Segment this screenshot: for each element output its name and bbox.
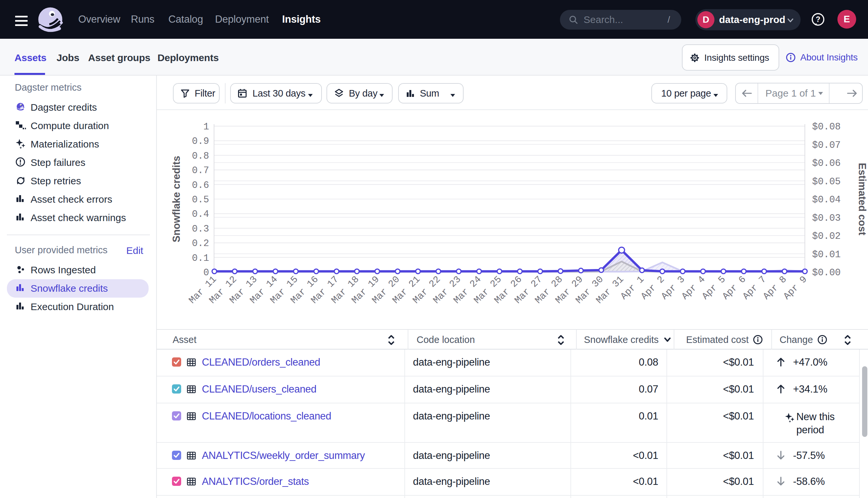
svg-text:0.7: 0.7 — [192, 165, 209, 176]
svg-text:Snowflake credits: Snowflake credits — [171, 156, 182, 243]
svg-text:$0.08: $0.08 — [812, 121, 841, 132]
svg-text:?: ? — [816, 15, 820, 24]
svg-text:1: 1 — [204, 121, 209, 132]
svg-text:0.2: 0.2 — [192, 238, 209, 249]
svg-text:$0.04: $0.04 — [812, 195, 841, 205]
svg-text:Apr 9: Apr 9 — [781, 274, 809, 302]
svg-text:$0.06: $0.06 — [812, 158, 841, 169]
svg-text:0.5: 0.5 — [192, 195, 209, 205]
svg-text:Estimated cost: Estimated cost — [856, 163, 868, 236]
svg-text:0.4: 0.4 — [192, 209, 209, 220]
svg-text:$0.05: $0.05 — [812, 176, 841, 187]
svg-text:0.3: 0.3 — [192, 224, 209, 235]
svg-text:$0.00: $0.00 — [812, 267, 841, 278]
svg-text:0.6: 0.6 — [192, 180, 209, 191]
svg-text:$0.03: $0.03 — [812, 213, 841, 224]
svg-text:$0.02: $0.02 — [812, 231, 841, 242]
svg-text:0.8: 0.8 — [192, 151, 209, 162]
svg-text:$0.01: $0.01 — [812, 249, 841, 260]
svg-text:$0.07: $0.07 — [812, 140, 841, 151]
svg-text:0.9: 0.9 — [192, 136, 209, 147]
svg-text:0.1: 0.1 — [192, 253, 209, 264]
